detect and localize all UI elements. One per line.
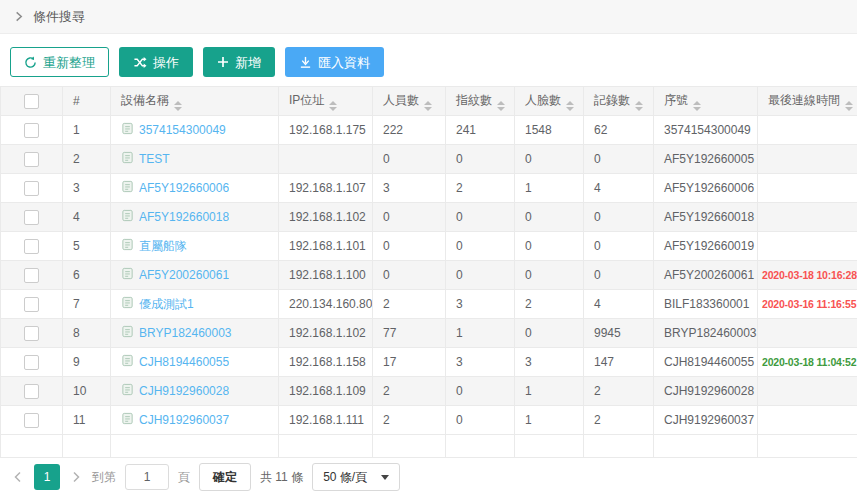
row-index-cell: 1 bbox=[63, 116, 111, 145]
device-name-link[interactable]: 優成測試1 bbox=[139, 296, 194, 313]
page-number-button[interactable]: 1 bbox=[34, 464, 60, 490]
action-button-label: 操作 bbox=[153, 56, 179, 69]
fingerprint-count-cell: 0 bbox=[446, 203, 515, 232]
ip-cell: 192.168.1.101 bbox=[279, 232, 373, 261]
face-count-cell: 0 bbox=[515, 203, 584, 232]
device-name-cell: CJH9192960037 bbox=[111, 406, 279, 435]
import-button-label: 匯入資料 bbox=[318, 56, 370, 69]
filter-panel-toggle[interactable]: 條件搜尋 bbox=[0, 0, 857, 34]
row-checkbox[interactable] bbox=[24, 123, 39, 138]
device-name-link[interactable]: AF5Y192660018 bbox=[139, 210, 229, 224]
row-checkbox[interactable] bbox=[24, 181, 39, 196]
device-form-icon bbox=[121, 267, 134, 283]
column-header-record[interactable]: 記錄數 bbox=[584, 87, 654, 116]
refresh-button[interactable]: 重新整理 bbox=[10, 47, 109, 77]
table-row: 8 BRYP182460003 192.168.1.102 77 1 0 994… bbox=[1, 319, 857, 348]
row-index-cell: 11 bbox=[63, 406, 111, 435]
device-form-icon bbox=[121, 151, 134, 167]
device-name-link[interactable]: BRYP182460003 bbox=[139, 326, 232, 340]
last-online-cell: 2020-03-18 10:16:28 bbox=[758, 261, 857, 290]
column-header-serial[interactable]: 序號 bbox=[654, 87, 758, 116]
people-count-cell: 2 bbox=[373, 406, 446, 435]
row-checkbox[interactable] bbox=[24, 297, 39, 312]
row-index-cell: 10 bbox=[63, 377, 111, 406]
add-button[interactable]: 新增 bbox=[203, 47, 275, 77]
last-online-cell bbox=[758, 406, 857, 435]
sort-icon[interactable] bbox=[174, 101, 182, 111]
device-name-cell: 優成測試1 bbox=[111, 290, 279, 319]
fingerprint-count-cell: 2 bbox=[446, 174, 515, 203]
row-index-cell: 7 bbox=[63, 290, 111, 319]
serial-cell: CJH8194460055 bbox=[654, 348, 758, 377]
refresh-icon bbox=[24, 56, 37, 69]
device-name-link[interactable]: AF5Y192660006 bbox=[139, 181, 229, 195]
row-checkbox[interactable] bbox=[24, 152, 39, 167]
goto-page-input[interactable] bbox=[125, 464, 169, 490]
device-name-link[interactable]: CJH9192960037 bbox=[139, 413, 229, 427]
column-header-last-online[interactable]: 最後連線時間 bbox=[758, 87, 857, 116]
device-name-link[interactable]: AF5Y200260061 bbox=[139, 268, 229, 282]
device-form-icon bbox=[121, 209, 134, 225]
row-checkbox[interactable] bbox=[24, 210, 39, 225]
row-checkbox-cell bbox=[1, 377, 63, 406]
column-header-people[interactable]: 人員數 bbox=[373, 87, 446, 116]
people-count-cell: 0 bbox=[373, 203, 446, 232]
sort-icon[interactable] bbox=[635, 101, 643, 111]
row-checkbox[interactable] bbox=[24, 239, 39, 254]
device-name-link[interactable]: CJH9192960028 bbox=[139, 384, 229, 398]
fingerprint-count-cell: 0 bbox=[446, 377, 515, 406]
row-checkbox[interactable] bbox=[24, 326, 39, 341]
row-checkbox[interactable] bbox=[24, 355, 39, 370]
face-count-cell: 1548 bbox=[515, 116, 584, 145]
refresh-button-label: 重新整理 bbox=[43, 56, 95, 69]
device-table: # 設備名稱 IP位址 人員數 指紋數 人臉數 記錄數 序號 最後連線時間 1 bbox=[0, 86, 857, 458]
ip-cell: 192.168.1.102 bbox=[279, 203, 373, 232]
row-checkbox[interactable] bbox=[24, 384, 39, 399]
row-checkbox[interactable] bbox=[24, 413, 39, 428]
device-name-link[interactable]: TEST bbox=[139, 152, 170, 166]
column-header-ip[interactable]: IP位址 bbox=[279, 87, 373, 116]
column-header-record-label: 記錄數 bbox=[594, 93, 630, 107]
sort-icon[interactable] bbox=[566, 101, 574, 111]
serial-cell: AF5Y192660005 bbox=[654, 145, 758, 174]
column-header-fingerprint[interactable]: 指紋數 bbox=[446, 87, 515, 116]
confirm-button[interactable]: 確定 bbox=[199, 463, 251, 491]
table-filler-row bbox=[1, 435, 857, 458]
row-checkbox-cell bbox=[1, 406, 63, 435]
device-name-link[interactable]: CJH8194460055 bbox=[139, 355, 229, 369]
select-all-checkbox[interactable] bbox=[24, 94, 39, 109]
table-header-row: # 設備名稱 IP位址 人員數 指紋數 人臉數 記錄數 序號 最後連線時間 bbox=[1, 87, 857, 116]
next-page-button[interactable] bbox=[69, 469, 83, 485]
row-checkbox[interactable] bbox=[24, 268, 39, 283]
column-header-serial-label: 序號 bbox=[664, 93, 688, 107]
sort-icon[interactable] bbox=[845, 101, 853, 111]
page-size-value: 50 條/頁 bbox=[323, 469, 367, 486]
row-index-cell: 9 bbox=[63, 348, 111, 377]
ip-cell: 192.168.1.100 bbox=[279, 261, 373, 290]
page-size-select[interactable]: 50 條/頁 bbox=[312, 463, 400, 491]
device-form-icon bbox=[121, 238, 134, 254]
device-name-link[interactable]: 3574154300049 bbox=[139, 123, 226, 137]
row-index-cell: 2 bbox=[63, 145, 111, 174]
device-name-link[interactable]: 直屬船隊 bbox=[139, 238, 187, 255]
sort-icon[interactable] bbox=[693, 101, 701, 111]
last-online-cell: 2020-03-16 11:16:55 bbox=[758, 290, 857, 319]
record-count-cell: 4 bbox=[584, 174, 654, 203]
table-row: 10 CJH9192960028 192.168.1.109 2 0 1 2 C… bbox=[1, 377, 857, 406]
prev-page-button[interactable] bbox=[11, 469, 25, 485]
sort-icon[interactable] bbox=[497, 101, 505, 111]
people-count-cell: 77 bbox=[373, 319, 446, 348]
serial-cell: AF5Y192660019 bbox=[654, 232, 758, 261]
action-button[interactable]: 操作 bbox=[119, 47, 193, 77]
record-count-cell: 4 bbox=[584, 290, 654, 319]
ip-cell: 220.134.160.80 bbox=[279, 290, 373, 319]
fingerprint-count-cell: 0 bbox=[446, 406, 515, 435]
sort-icon[interactable] bbox=[424, 101, 432, 111]
import-button[interactable]: 匯入資料 bbox=[285, 47, 384, 77]
table-row: 6 AF5Y200260061 192.168.1.100 0 0 0 0 AF… bbox=[1, 261, 857, 290]
table-row: 2 TEST 0 0 0 0 AF5Y192660005 bbox=[1, 145, 857, 174]
plus-icon bbox=[217, 56, 229, 68]
column-header-face[interactable]: 人臉數 bbox=[515, 87, 584, 116]
sort-icon[interactable] bbox=[329, 101, 337, 111]
column-header-name[interactable]: 設備名稱 bbox=[111, 87, 279, 116]
